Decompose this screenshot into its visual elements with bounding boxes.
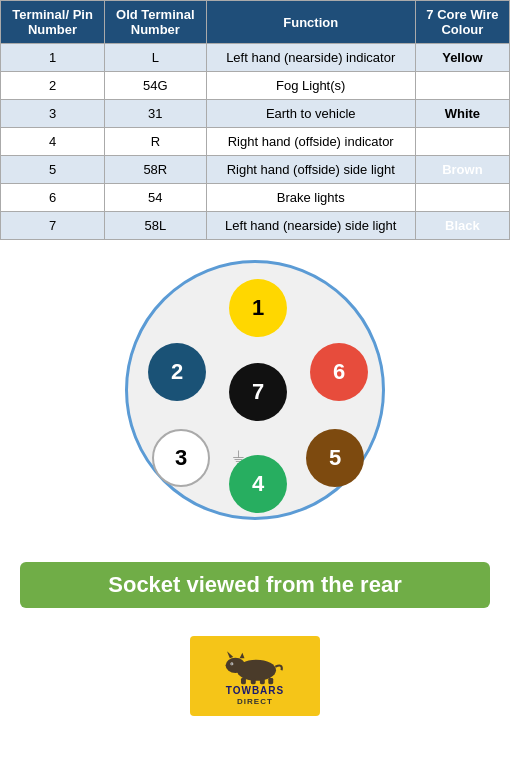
cell-pin: 4	[1, 128, 105, 156]
table-row: 1 L Left hand (nearside) indicator Yello…	[1, 44, 510, 72]
cell-pin: 2	[1, 72, 105, 100]
brand-name: TOWBARS DIRECT	[226, 685, 284, 707]
svg-point-1	[226, 658, 246, 673]
table-row: 4 R Right hand (offside) indicator Green	[1, 128, 510, 156]
cell-old: 54G	[105, 72, 207, 100]
svg-marker-3	[240, 653, 245, 659]
svg-rect-7	[268, 678, 273, 684]
table-row: 6 54 Brake lights Red	[1, 184, 510, 212]
connector-circle: 1 2 6 7 3 ⏚ 5 4	[125, 260, 385, 520]
cell-function: Right hand (offside) side light	[206, 156, 415, 184]
cell-pin: 3	[1, 100, 105, 128]
table-row: 2 54G Fog Light(s) Blue	[1, 72, 510, 100]
cell-function: Brake lights	[206, 184, 415, 212]
col-header-function: Function	[206, 1, 415, 44]
pin-1-circle: 1	[229, 279, 287, 337]
rhino-icon	[220, 645, 290, 685]
connector-diagram: 1 2 6 7 3 ⏚ 5 4	[0, 240, 510, 530]
cell-colour: Red	[415, 184, 509, 212]
pin-6-circle: 6	[310, 343, 368, 401]
cell-pin: 7	[1, 212, 105, 240]
cell-function: Left hand (nearside) indicator	[206, 44, 415, 72]
cell-colour: White	[415, 100, 509, 128]
col-header-pin: Terminal/ PinNumber	[1, 1, 105, 44]
cell-colour: Green	[415, 128, 509, 156]
pin-2-circle: 2	[148, 343, 206, 401]
cell-colour: Black	[415, 212, 509, 240]
pin-4-circle: 4	[229, 455, 287, 513]
cell-old: 54	[105, 184, 207, 212]
svg-point-9	[231, 663, 232, 664]
socket-label: Socket viewed from the rear	[20, 562, 490, 608]
cell-colour: Yellow	[415, 44, 509, 72]
table-row: 3 31 Earth to vehicle White	[1, 100, 510, 128]
cell-old: R	[105, 128, 207, 156]
cell-function: Earth to vehicle	[206, 100, 415, 128]
svg-rect-5	[251, 679, 256, 685]
svg-marker-2	[227, 652, 233, 659]
table-row: 5 58R Right hand (offside) side light Br…	[1, 156, 510, 184]
pin-3-circle: 3	[152, 429, 210, 487]
cell-old: 58L	[105, 212, 207, 240]
cell-old: L	[105, 44, 207, 72]
logo-area: TOWBARS DIRECT	[0, 628, 510, 726]
cell-colour: Blue	[415, 72, 509, 100]
table-row: 7 58L Left hand (nearside) side light Bl…	[1, 212, 510, 240]
brand-logo: TOWBARS DIRECT	[190, 636, 320, 716]
cell-colour: Brown	[415, 156, 509, 184]
pin-7-circle: 7	[229, 363, 287, 421]
col-header-colour: 7 Core WireColour	[415, 1, 509, 44]
pin-5-circle: 5	[306, 429, 364, 487]
cell-pin: 1	[1, 44, 105, 72]
cell-pin: 5	[1, 156, 105, 184]
cell-function: Fog Light(s)	[206, 72, 415, 100]
col-header-old: Old TerminalNumber	[105, 1, 207, 44]
cell-old: 58R	[105, 156, 207, 184]
svg-rect-6	[260, 679, 265, 685]
cell-function: Right hand (offside) indicator	[206, 128, 415, 156]
wiring-table: Terminal/ PinNumber Old TerminalNumber F…	[0, 0, 510, 240]
label-section: Socket viewed from the rear	[0, 530, 510, 628]
cell-function: Left hand (nearside) side light	[206, 212, 415, 240]
svg-rect-4	[241, 678, 246, 684]
cell-old: 31	[105, 100, 207, 128]
cell-pin: 6	[1, 184, 105, 212]
